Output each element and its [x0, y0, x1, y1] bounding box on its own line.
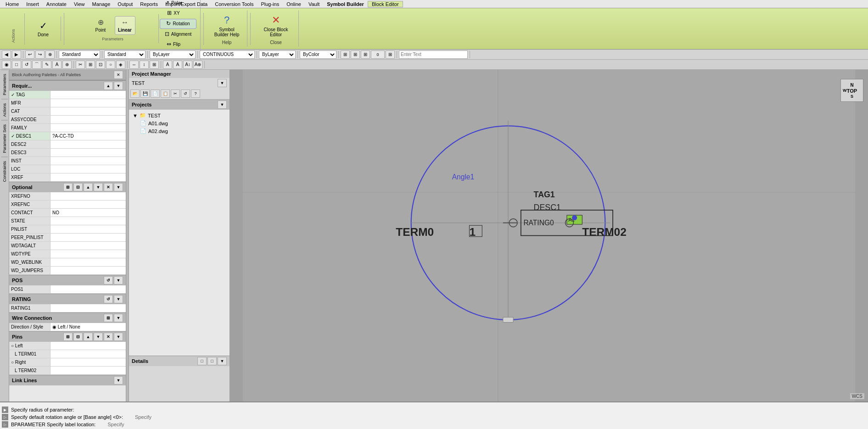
draw-btn-16[interactable]: A	[163, 61, 172, 69]
prop-state-value[interactable]	[50, 217, 126, 225]
menu-symbol-builder[interactable]: Symbol Builder	[323, 1, 368, 7]
prop-wd-weblink-value[interactable]	[50, 258, 126, 266]
prop-left-pin-value[interactable]	[50, 342, 126, 350]
menu-reports[interactable]: Reports	[136, 1, 162, 7]
polar-button[interactable]: ↗ Polar	[160, 0, 187, 8]
wc-expand-btn[interactable]: ▼	[114, 314, 123, 322]
projects-expand-btn[interactable]: ▼	[218, 100, 227, 109]
required-down-btn[interactable]: ▼	[114, 82, 123, 90]
canvas-area[interactable]: Angle1 TAG1 DESC1 RATING0 A1 TERM0 1	[230, 70, 868, 401]
menu-block-editor[interactable]: Block Editor	[368, 1, 403, 7]
proj-btn-copy[interactable]: 📋	[161, 89, 170, 98]
prop-inst-value[interactable]	[50, 157, 126, 165]
required-section-header[interactable]: Requir... ▲ ▼	[9, 80, 126, 91]
menu-manage[interactable]: Manage	[89, 1, 114, 7]
proj-btn-save[interactable]: 💾	[140, 89, 150, 98]
menu-vault[interactable]: Vault	[305, 1, 323, 7]
details-btn-1[interactable]: □	[197, 357, 207, 365]
tb-layers[interactable]: ⊞	[341, 50, 350, 59]
menu-plugins[interactable]: Plug-ins	[257, 1, 283, 7]
draw-btn-7[interactable]: ⊕	[62, 61, 72, 69]
menu-home[interactable]: Home	[2, 1, 22, 7]
prop-wdtype-value[interactable]	[50, 250, 126, 258]
draw-btn-17[interactable]: A	[173, 61, 182, 69]
menu-conversion[interactable]: Conversion Tools	[211, 1, 257, 7]
draw-btn-10[interactable]: ⊡	[96, 61, 105, 69]
tree-item-a02[interactable]: 📄 A02.dwg	[138, 127, 228, 135]
parameters-tab[interactable]: Parameters	[1, 70, 8, 99]
prop-xrefnc-value[interactable]	[50, 201, 126, 208]
menu-insert[interactable]: Insert	[22, 1, 43, 7]
tree-item-a01[interactable]: 📄 A01.dwg	[138, 119, 228, 127]
draw-btn-12[interactable]: ◈	[116, 61, 125, 69]
menu-output[interactable]: Output	[114, 1, 136, 7]
prop-assycode-value[interactable]	[50, 116, 126, 123]
pins-expand-btn[interactable]: ▼	[114, 333, 123, 341]
wc-btn-1[interactable]: ⊞	[104, 314, 113, 322]
rating-section-header[interactable]: RATING ↺ ▼	[9, 294, 126, 304]
status-icon-2[interactable]: ▷	[2, 414, 8, 420]
pins-close-btn[interactable]: ✕	[104, 333, 113, 341]
draw-btn-3[interactable]: ↺	[22, 61, 31, 69]
menu-annotate[interactable]: Annotate	[43, 1, 70, 7]
pins-btn-1[interactable]: ⊞	[63, 333, 73, 341]
rotation-button[interactable]: ↻ Rotation	[160, 19, 196, 29]
rating-expand-btn[interactable]: ▼	[114, 295, 123, 303]
prop-desc3-value[interactable]	[50, 149, 126, 156]
ll-expand-btn[interactable]: ▼	[114, 376, 123, 384]
tb-btn-2[interactable]: ▶	[12, 50, 21, 59]
constraints-tab-vert[interactable]: Constraints	[1, 157, 8, 186]
details-btn-2[interactable]: □	[207, 357, 217, 365]
continuous-select[interactable]: CONTINUOUS	[200, 50, 255, 59]
prop-desc1-value[interactable]: ?A-CC-TD	[50, 132, 126, 140]
optional-section-header[interactable]: Optional ⊞ ⊟ ▲ ▼ ✕ ▼	[9, 182, 126, 192]
opt-btn-3[interactable]: ▲	[84, 183, 93, 191]
prop-direction-style-value[interactable]: ◉ Left / None	[50, 323, 126, 331]
parameter-sets-tab[interactable]: Parameter Sets	[1, 120, 8, 157]
project-dropdown-btn[interactable]: ▼	[218, 79, 227, 87]
prop-loc-value[interactable]	[50, 165, 126, 173]
rating-refresh-btn[interactable]: ↺	[104, 295, 113, 303]
tree-item-test-folder[interactable]: ▼ 📁 TEST	[131, 111, 228, 119]
done-button[interactable]: ✓ Done	[29, 18, 57, 39]
prop-pos1-value[interactable]	[50, 285, 126, 293]
draw-btn-13[interactable]: ↔	[129, 61, 139, 69]
details-expand-btn[interactable]: ▼	[218, 357, 227, 365]
prop-desc2-value[interactable]	[50, 140, 126, 148]
draw-btn-4[interactable]: ⌒	[32, 61, 41, 69]
draw-btn-1[interactable]: ◉	[2, 61, 11, 69]
tb-btn-4[interactable]: ↪	[35, 50, 45, 59]
pins-btn-2[interactable]: ⊟	[73, 333, 83, 341]
bylayer-select-2[interactable]: ByLayer	[259, 50, 296, 59]
status-icon-1[interactable]: ▶	[2, 407, 8, 413]
draw-btn-8[interactable]: ✂	[76, 61, 85, 69]
flip-button[interactable]: ⇔ Flip	[160, 40, 187, 49]
pos-expand-btn[interactable]: ▼	[114, 276, 123, 284]
proj-btn-cut[interactable]: ✂	[171, 89, 180, 98]
symbol-builder-help-button[interactable]: ? Symbol Builder Help	[210, 12, 243, 39]
opt-close-btn[interactable]: ✕	[104, 183, 113, 191]
bylayer-select[interactable]: ByLayer	[150, 50, 196, 59]
opt-btn-1[interactable]: ⊞	[63, 183, 73, 191]
linear-button[interactable]: ↔ Linear	[115, 16, 135, 35]
prop-xref-value[interactable]	[50, 173, 126, 181]
tb-btn-1[interactable]: ◀	[2, 50, 11, 59]
draw-btn-9[interactable]: ⊞	[86, 61, 95, 69]
proj-btn-new[interactable]: 📄	[151, 89, 160, 98]
tb-btn-5[interactable]: ⊕	[45, 50, 55, 59]
prop-xrefno-value[interactable]	[50, 192, 126, 200]
close-block-editor-button[interactable]: ✕ Close Block Editor	[257, 12, 295, 39]
panel-close-btn[interactable]: ✕	[114, 71, 123, 79]
prop-cat-value[interactable]	[50, 107, 126, 115]
proj-btn-help[interactable]: ?	[191, 89, 200, 98]
proj-btn-open[interactable]: 📂	[130, 89, 140, 98]
prop-peer-pinlist-value[interactable]	[50, 234, 126, 241]
draw-btn-18[interactable]: A↕	[183, 61, 192, 69]
link-lines-section-header[interactable]: Link Lines ▼	[9, 375, 126, 385]
tb-btn-3[interactable]: ↩	[25, 50, 34, 59]
xy-button[interactable]: ⊞ XY	[160, 9, 187, 18]
draw-btn-14[interactable]: ↕	[140, 61, 149, 69]
prop-mfr-value[interactable]	[50, 99, 126, 107]
alignment-button[interactable]: ⊡ Alignment	[160, 30, 196, 39]
prop-right-pin-value[interactable]	[50, 358, 126, 366]
